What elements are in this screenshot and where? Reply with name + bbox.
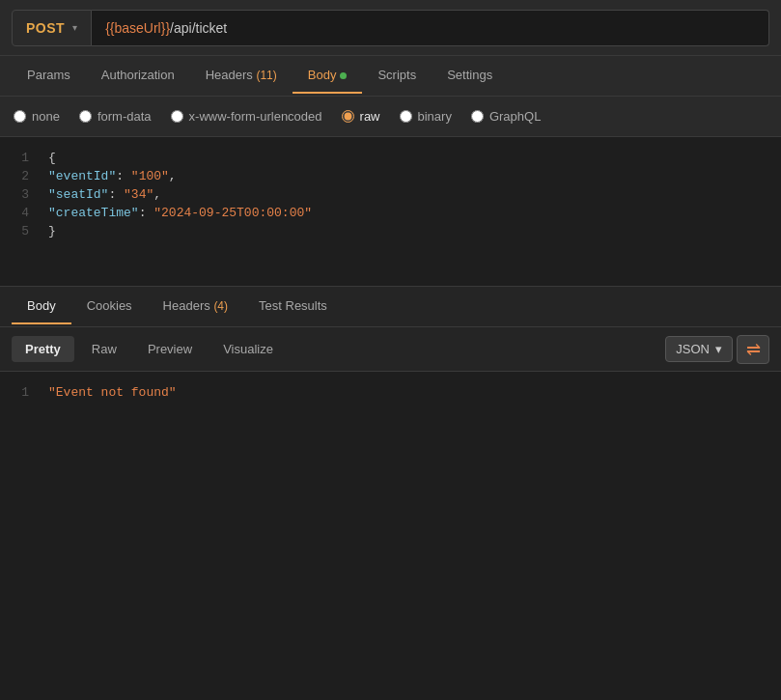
url-base: {{baseUrl}} bbox=[105, 20, 170, 36]
line-number: 1 bbox=[0, 385, 48, 400]
chevron-down-icon: ▾ bbox=[72, 22, 77, 33]
method-label: POST bbox=[26, 20, 65, 36]
code-line-1: 1 { bbox=[0, 149, 781, 167]
top-bar: POST ▾ {{baseUrl}}/api/ticket bbox=[0, 0, 781, 56]
radio-none[interactable]: none bbox=[14, 109, 60, 124]
tab-authorization[interactable]: Authorization bbox=[86, 58, 190, 94]
code-content: { bbox=[48, 151, 56, 165]
format-pretty[interactable]: Pretty bbox=[12, 336, 74, 362]
code-content: } bbox=[48, 224, 56, 238]
headers-badge: (11) bbox=[256, 69, 276, 82]
body-dot-indicator bbox=[340, 72, 347, 79]
format-preview[interactable]: Preview bbox=[134, 336, 206, 362]
code-content: "createTime": "2024-09-25T00:00:00" bbox=[48, 206, 312, 220]
json-type-dropdown[interactable]: JSON ▾ bbox=[665, 336, 733, 362]
tab-scripts[interactable]: Scripts bbox=[362, 58, 432, 94]
format-visualize[interactable]: Visualize bbox=[209, 336, 287, 362]
radio-raw[interactable]: raw bbox=[342, 109, 380, 124]
resp-content: "Event not found" bbox=[48, 385, 177, 400]
code-line-3: 3 "seatId": "34", bbox=[0, 185, 781, 204]
request-body-editor[interactable]: 1 { 2 "eventId": "100", 3 "seatId": "34"… bbox=[0, 137, 781, 287]
radio-binary[interactable]: binary bbox=[400, 109, 452, 124]
method-selector[interactable]: POST ▾ bbox=[12, 10, 92, 46]
line-number: 1 bbox=[0, 151, 48, 165]
tab-settings[interactable]: Settings bbox=[432, 58, 508, 94]
code-content: "eventId": "100", bbox=[48, 169, 177, 183]
wrap-lines-icon: ⇌ bbox=[746, 341, 761, 358]
code-line-2: 2 "eventId": "100", bbox=[0, 167, 781, 185]
chevron-down-icon: ▾ bbox=[715, 342, 722, 356]
code-line-5: 5 } bbox=[0, 222, 781, 240]
code-content: "seatId": "34", bbox=[48, 187, 161, 202]
url-path: /api/ticket bbox=[170, 20, 227, 36]
resp-tab-cookies[interactable]: Cookies bbox=[71, 289, 148, 324]
request-tab-bar: Params Authorization Headers (11) Body S… bbox=[0, 56, 781, 97]
wrap-lines-button[interactable]: ⇌ bbox=[737, 335, 769, 364]
radio-form-data[interactable]: form-data bbox=[79, 109, 152, 124]
response-section: Body Cookies Headers (4) Test Results Pr… bbox=[0, 287, 781, 526]
radio-x-www-form-urlencoded[interactable]: x-www-form-urlencoded bbox=[171, 109, 322, 124]
resp-tab-test-results[interactable]: Test Results bbox=[243, 289, 343, 324]
tab-body[interactable]: Body bbox=[293, 58, 363, 94]
line-number: 4 bbox=[0, 206, 48, 220]
tab-params[interactable]: Params bbox=[12, 58, 86, 94]
response-body: 1 "Event not found" bbox=[0, 372, 781, 526]
resp-headers-badge: (4) bbox=[213, 299, 228, 313]
body-type-bar: none form-data x-www-form-urlencoded raw… bbox=[0, 97, 781, 137]
response-toolbar: Pretty Raw Preview Visualize JSON ▾ ⇌ bbox=[0, 327, 781, 372]
resp-line-1: 1 "Event not found" bbox=[0, 383, 781, 402]
format-raw[interactable]: Raw bbox=[78, 336, 130, 362]
line-number: 5 bbox=[0, 224, 48, 238]
line-number: 2 bbox=[0, 169, 48, 183]
line-number: 3 bbox=[0, 187, 48, 202]
url-bar[interactable]: {{baseUrl}}/api/ticket bbox=[92, 10, 769, 46]
response-tab-bar: Body Cookies Headers (4) Test Results bbox=[0, 287, 781, 327]
tab-headers[interactable]: Headers (11) bbox=[190, 58, 293, 94]
resp-tab-headers[interactable]: Headers (4) bbox=[148, 289, 243, 324]
radio-graphql[interactable]: GraphQL bbox=[471, 109, 541, 124]
code-line-4: 4 "createTime": "2024-09-25T00:00:00" bbox=[0, 204, 781, 222]
resp-tab-body[interactable]: Body bbox=[12, 289, 71, 324]
